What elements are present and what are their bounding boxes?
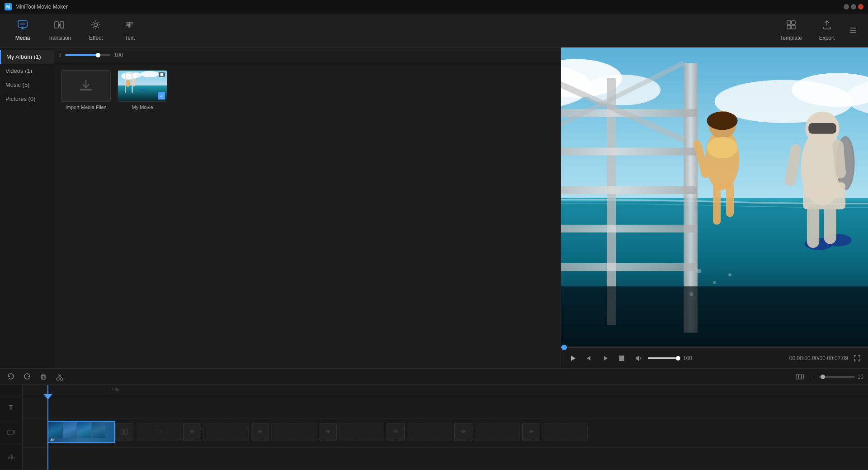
close-button[interactable] bbox=[858, 4, 863, 9]
stop-button[interactable] bbox=[615, 352, 628, 365]
prev-frame-button[interactable] bbox=[583, 352, 595, 365]
zoom-slider[interactable] bbox=[819, 376, 855, 378]
audio-track-row bbox=[23, 448, 868, 470]
storyboard-toggle[interactable] bbox=[793, 370, 806, 383]
progress-dot bbox=[561, 345, 567, 350]
svg-rect-50 bbox=[726, 182, 734, 217]
time-total: 00:00:07.09 bbox=[820, 355, 848, 361]
toolbar-transition[interactable]: Transition bbox=[41, 16, 78, 45]
video-clip[interactable]: 🔊 bbox=[47, 421, 115, 443]
transition-slot-4[interactable] bbox=[319, 423, 337, 441]
delete-button[interactable] bbox=[37, 370, 50, 383]
empty-clip-3 bbox=[271, 423, 316, 441]
transition-slot-2[interactable] bbox=[183, 423, 201, 441]
svg-rect-60 bbox=[807, 205, 819, 248]
sidebar-item-videos[interactable]: Videos (1) bbox=[0, 64, 54, 78]
volume-thumb bbox=[676, 356, 680, 361]
track-labels: T bbox=[0, 385, 23, 470]
svg-rect-49 bbox=[713, 182, 721, 225]
toolbar-media[interactable]: Media bbox=[7, 16, 38, 45]
check-badge: ✓ bbox=[158, 92, 165, 100]
zoom-min: — bbox=[811, 374, 816, 380]
timeline-area: — 10 T bbox=[0, 368, 868, 470]
toolbar-export-label: Export bbox=[819, 35, 835, 41]
titlebar-controls[interactable] bbox=[844, 4, 863, 9]
maximize-button[interactable] bbox=[851, 4, 856, 9]
text-track-icon: T bbox=[7, 404, 15, 412]
svg-point-88 bbox=[191, 431, 193, 433]
transition-slot-5[interactable] bbox=[387, 423, 405, 441]
text-track-label: T bbox=[0, 395, 22, 420]
toolbar-media-label: Media bbox=[15, 35, 30, 41]
toolbar-text-label: Text bbox=[125, 35, 135, 41]
fullscreen-button[interactable] bbox=[852, 353, 863, 364]
svg-rect-24 bbox=[160, 73, 162, 76]
toolbar-template[interactable]: Template bbox=[773, 16, 809, 45]
toolbar-template-label: Template bbox=[780, 35, 802, 41]
svg-rect-87 bbox=[155, 429, 160, 434]
svg-rect-80 bbox=[796, 375, 798, 379]
svg-rect-25 bbox=[162, 73, 163, 76]
slider-value: 100 bbox=[114, 52, 123, 58]
transition-slot-3[interactable] bbox=[251, 423, 269, 441]
toolbar-export[interactable]: Export bbox=[811, 16, 843, 45]
timeline-tracks: 7.4s 🔊 bbox=[23, 385, 868, 470]
timeline-right: — 10 bbox=[793, 370, 863, 383]
svg-point-66 bbox=[713, 281, 716, 284]
sidebar-item-music[interactable]: Music (5) bbox=[0, 78, 54, 92]
size-slider[interactable] bbox=[65, 54, 110, 56]
sidebar-item-pictures[interactable]: Pictures (0) bbox=[0, 92, 54, 106]
svg-rect-8 bbox=[787, 25, 791, 29]
media-grid: Import Media Files bbox=[54, 63, 561, 368]
slider-min: 1 bbox=[59, 52, 61, 58]
video-track-icon bbox=[7, 428, 15, 437]
svg-point-4 bbox=[94, 23, 98, 27]
sidebar-item-my-album[interactable]: My Album (1) bbox=[0, 50, 54, 64]
toolbar: Media Transition Effect T Text bbox=[0, 14, 868, 47]
transition-slot-1[interactable] bbox=[115, 423, 133, 441]
empty-clip-5 bbox=[407, 423, 452, 441]
minimize-button[interactable] bbox=[844, 4, 849, 9]
svg-rect-76 bbox=[619, 356, 624, 361]
svg-point-79 bbox=[60, 378, 63, 380]
preview-scene-svg bbox=[561, 47, 868, 347]
svg-point-89 bbox=[259, 431, 261, 433]
timeline-content: T 7.4s bbox=[0, 385, 868, 470]
svg-rect-82 bbox=[802, 375, 803, 379]
svg-rect-57 bbox=[803, 182, 845, 209]
media-item-import[interactable]: Import Media Files bbox=[61, 70, 111, 110]
import-thumb[interactable] bbox=[61, 70, 111, 102]
zoom-thumb bbox=[821, 375, 825, 379]
toolbar-effect[interactable]: Effect bbox=[80, 16, 112, 45]
transition-slot-7[interactable] bbox=[522, 423, 540, 441]
svg-rect-86 bbox=[125, 430, 127, 434]
import-icon bbox=[78, 78, 94, 94]
cut-button[interactable] bbox=[53, 370, 66, 383]
zoom-area: — 10 bbox=[811, 374, 863, 380]
svg-rect-42 bbox=[561, 263, 698, 271]
svg-rect-2 bbox=[55, 22, 58, 28]
svg-point-91 bbox=[395, 431, 396, 433]
svg-text:T: T bbox=[127, 24, 130, 29]
play-button[interactable] bbox=[566, 352, 579, 365]
preview-progress[interactable] bbox=[561, 347, 868, 348]
transition-slot-6[interactable] bbox=[454, 423, 472, 441]
toolbar-text[interactable]: T Text bbox=[114, 16, 146, 45]
media-item-my-movie[interactable]: ✓ My Movie bbox=[118, 70, 167, 110]
svg-rect-85 bbox=[121, 430, 124, 434]
redo-button[interactable] bbox=[21, 370, 33, 383]
effect-icon bbox=[90, 19, 101, 33]
next-frame-button[interactable] bbox=[599, 352, 612, 365]
text-icon: T bbox=[124, 19, 135, 33]
volume-slider[interactable] bbox=[648, 357, 679, 359]
menu-button[interactable] bbox=[845, 22, 861, 38]
preview-controls: 100 00:00:00.00/00:00:07.09 bbox=[561, 348, 868, 368]
volume-button[interactable] bbox=[632, 352, 644, 365]
undo-button[interactable] bbox=[5, 370, 17, 383]
ruler-spacer bbox=[0, 385, 22, 395]
clip-frame-2 bbox=[63, 422, 76, 438]
my-movie-label: My Movie bbox=[132, 104, 153, 110]
video-thumb[interactable]: ✓ bbox=[118, 70, 167, 102]
svg-point-90 bbox=[327, 431, 329, 433]
svg-rect-64 bbox=[561, 286, 868, 347]
